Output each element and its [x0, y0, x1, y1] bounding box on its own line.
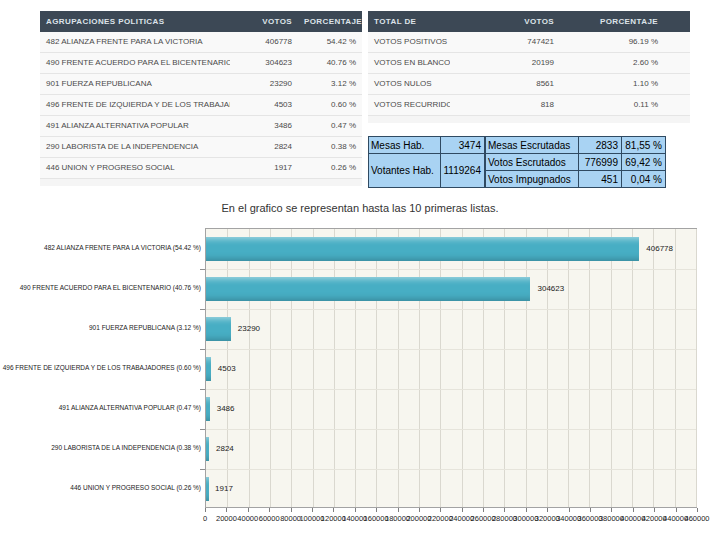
- category-label: 482 ALIANZA FRENTE PARA LA VICTORIA (54.…: [0, 228, 201, 268]
- table-row: 446 UNION Y PROGRESO SOCIAL 1917 0.26 %: [40, 158, 362, 179]
- party-name-cell: 446 UNION Y PROGRESO SOCIAL: [40, 158, 230, 178]
- row-separator: [206, 309, 696, 310]
- votos-impugnados-label: Votos Impugnados: [486, 171, 579, 188]
- gridline: [589, 229, 590, 507]
- bar: [206, 437, 209, 461]
- x-tick: [355, 508, 356, 512]
- pct-cell: 1.10 %: [580, 74, 690, 94]
- x-tick: [248, 508, 249, 512]
- votes-cell: 4503: [230, 95, 298, 115]
- pct-cell: 0.60 %: [298, 95, 362, 115]
- votantes-hab-label: Votantes Hab.: [369, 154, 441, 188]
- table-row: 491 ALIANZA ALTERNATIVA POPULAR 3486 0.4…: [40, 116, 362, 137]
- gridline: [568, 229, 569, 507]
- x-tick-label: 0: [203, 514, 207, 523]
- gridline: [526, 229, 527, 507]
- x-tick: [633, 508, 634, 512]
- table-row: 490 FRENTE ACUERDO PARA EL BICENTENARIO …: [40, 53, 362, 74]
- x-tick: [547, 508, 548, 512]
- x-tick-label: 460000: [684, 514, 709, 523]
- bar: [206, 237, 639, 261]
- gridline: [611, 229, 612, 507]
- mesas-escrutadas-pct: 81,55 %: [622, 137, 666, 154]
- x-tick: [611, 508, 612, 512]
- votes-cell: 406778: [230, 32, 298, 52]
- pct-cell: 2.60 %: [580, 53, 690, 73]
- party-name-cell: 482 ALIANZA FRENTE PARA LA VICTORIA: [40, 32, 230, 52]
- x-tick: [333, 508, 334, 512]
- gridline: [376, 229, 377, 507]
- row-separator: [206, 469, 696, 470]
- total-label-cell: VOTOS RECURRIDOS: [368, 95, 450, 115]
- total-label-cell: VOTOS POSITIVOS: [368, 32, 450, 52]
- bar: [206, 317, 231, 341]
- gridline: [270, 229, 271, 507]
- category-label: 901 FUERZA REPUBLICANA (3.12 %): [0, 308, 201, 348]
- mesas-escrutadas-value: 2833: [579, 137, 622, 154]
- header-votos: VOTOS: [450, 11, 580, 32]
- x-tick-label: 20000: [216, 514, 237, 523]
- total-label-cell: VOTOS EN BLANCO: [368, 53, 450, 73]
- chart-caption: En el grafico se representan hasta las 1…: [0, 202, 720, 214]
- gridline: [632, 229, 633, 507]
- votes-cell: 747421: [450, 32, 580, 52]
- votes-bar-chart: 482 ALIANZA FRENTE PARA LA VICTORIA (54.…: [0, 228, 720, 528]
- gridline: [419, 229, 420, 507]
- bar-value: 1917: [215, 469, 233, 509]
- plot-area: 406778304623232904503348628241917: [205, 228, 697, 508]
- pct-cell: 0.47 %: [298, 116, 362, 136]
- header-agrupaciones: AGRUPACIONES POLITICAS: [40, 11, 230, 32]
- x-tick-label: 40000: [237, 514, 258, 523]
- bar-value: 304623: [537, 269, 564, 309]
- gridline: [462, 229, 463, 507]
- votes-cell: 8561: [450, 74, 580, 94]
- habilitados-table: Mesas Hab. 3474 Votantes Hab. 1119264: [368, 136, 485, 188]
- x-tick: [676, 508, 677, 512]
- bar-value: 3486: [217, 389, 235, 429]
- party-name-cell: 491 ALIANZA ALTERNATIVA POPULAR: [40, 116, 230, 136]
- x-tick: [419, 508, 420, 512]
- category-tick: [200, 269, 205, 270]
- header-total-de: TOTAL DE: [368, 11, 450, 32]
- totales-table-body: VOTOS POSITIVOS 747421 96.19 % VOTOS EN …: [368, 32, 690, 123]
- gridline: [355, 229, 356, 507]
- bar-value: 2824: [216, 429, 234, 469]
- mesas-hab-value: 3474: [441, 137, 485, 154]
- x-axis: 0200004000060000800001000001200001400001…: [205, 508, 697, 528]
- gridline: [398, 229, 399, 507]
- category-tick: [200, 469, 205, 470]
- gridline: [334, 229, 335, 507]
- party-name-cell: 496 FRENTE DE IZQUIERDA Y DE LOS TRABAJA…: [40, 95, 230, 115]
- table-row: VOTOS EN BLANCO 20199 2.60 %: [368, 53, 690, 74]
- category-tick: [200, 429, 205, 430]
- table-row: VOTOS POSITIVOS 747421 96.19 %: [368, 32, 690, 53]
- agrupaciones-table-header: AGRUPACIONES POLITICAS VOTOS PORCENTAJE: [40, 11, 362, 32]
- row-separator: [206, 389, 696, 390]
- escrutinio-table: Mesas Escrutadas 2833 81,55 % Votos Escr…: [485, 136, 666, 188]
- table-row: 496 FRENTE DE IZQUIERDA Y DE LOS TRABAJA…: [40, 95, 362, 116]
- category-label: 290 LABORISTA DE LA INDEPENDENCIA (0.38 …: [0, 428, 201, 468]
- votes-cell: 304623: [230, 53, 298, 73]
- party-name-cell: 490 FRENTE ACUERDO PARA EL BICENTENARIO: [40, 53, 230, 73]
- bar: [206, 277, 530, 301]
- election-results-page: AGRUPACIONES POLITICAS VOTOS PORCENTAJE …: [0, 0, 720, 536]
- table-row: 290 LABORISTA DE LA INDEPENDENCIA 2824 0…: [40, 137, 362, 158]
- x-tick: [312, 508, 313, 512]
- table-row: 901 FUERZA REPUBLICANA 23290 3.12 %: [40, 74, 362, 95]
- x-tick: [483, 508, 484, 512]
- votos-escrutados-value: 776999: [579, 154, 622, 171]
- pct-cell: 40.76 %: [298, 53, 362, 73]
- votes-cell: 3486: [230, 116, 298, 136]
- row-separator: [206, 429, 696, 430]
- x-tick: [569, 508, 570, 512]
- votos-escrutados-label: Votos Escrutados: [486, 154, 579, 171]
- category-labels: 482 ALIANZA FRENTE PARA LA VICTORIA (54.…: [0, 228, 201, 508]
- x-tick: [205, 508, 206, 512]
- header-votos: VOTOS: [230, 11, 298, 32]
- agrupaciones-table: AGRUPACIONES POLITICAS VOTOS PORCENTAJE …: [40, 11, 362, 186]
- x-tick: [269, 508, 270, 512]
- x-tick: [398, 508, 399, 512]
- row-separator: [206, 269, 696, 270]
- category-tick: [200, 349, 205, 350]
- votes-cell: 23290: [230, 74, 298, 94]
